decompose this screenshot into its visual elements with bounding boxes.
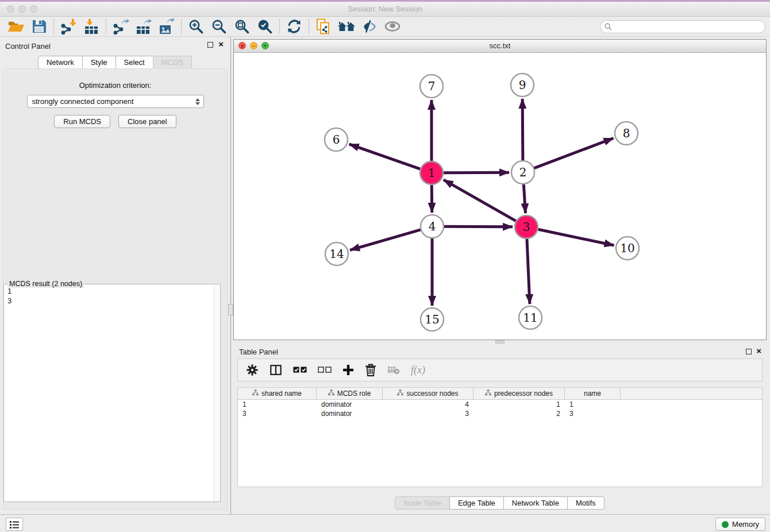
table-cell[interactable]: 1 [565,400,621,409]
tab-select[interactable]: Select [116,56,153,69]
graph-edge-2-3[interactable] [523,184,525,213]
close-panel-button[interactable]: Close panel [118,115,176,128]
tab-network-table[interactable]: Network Table [503,496,568,510]
window-close-button[interactable] [7,5,14,13]
deselect-all-icon[interactable] [318,366,332,374]
table-cell[interactable]: dominator [317,400,383,409]
graph-edge-3-10[interactable] [538,229,614,245]
split-view-icon[interactable] [270,364,282,376]
column-header-shared-name[interactable]: shared name [238,388,317,399]
graph-edge-2-8[interactable] [534,138,614,168]
tab-node-table[interactable]: Node Table [395,496,450,510]
table-cell[interactable]: 3 [383,409,473,418]
graph-edge-2-9[interactable] [522,99,523,160]
tab-edge-table[interactable]: Edge Table [449,496,504,510]
gear-icon[interactable] [246,364,259,376]
tab-mcds[interactable]: MCDS [153,56,192,69]
table-panel-float-icon[interactable] [746,349,752,354]
graph-edge-1-4[interactable] [432,185,432,213]
export-network-icon[interactable] [109,18,132,35]
search-field[interactable] [600,20,765,33]
function-builder-icon: f(x) [411,364,425,376]
tab-style[interactable]: Style [82,56,116,69]
search-input[interactable] [612,21,765,32]
table-cell[interactable]: 3 [565,409,621,418]
column-header-successor-nodes[interactable]: successor nodes [383,388,473,399]
home-icon[interactable] [335,18,358,35]
table-panel-close-icon[interactable]: × [756,346,761,356]
network-canvas[interactable]: 7968124314101511 [234,53,766,340]
export-image-icon[interactable] [155,18,178,35]
toolbar-separator [309,19,309,34]
graph-node-label-6: 6 [333,133,340,147]
column-tree-icon [397,390,403,398]
criterion-select[interactable]: strongly connected component [27,95,204,108]
network-minimize-button[interactable]: – [250,42,257,49]
memory-button[interactable]: Memory [715,518,765,531]
hide-panels-icon[interactable] [358,18,381,35]
control-panel-close-icon[interactable]: × [218,40,224,49]
table-cell[interactable]: 4 [383,400,473,409]
trash-icon[interactable] [365,364,376,376]
title-bar: Session: New Session [0,2,770,17]
table-cell[interactable]: 2 [473,409,565,418]
tab-network[interactable]: Network [38,56,83,69]
select-all-icon[interactable] [293,366,307,374]
network-maximize-button[interactable]: + [261,42,269,49]
zoom-fit-icon[interactable] [230,18,253,35]
table-panel: Table Panel × f(x) shared nameMCDS roles… [233,344,767,511]
table-cell[interactable]: 1 [473,400,565,409]
graph-node-label-4: 4 [429,219,436,233]
graph-edge-1-6[interactable] [349,144,421,169]
graph-edge-1-2[interactable] [444,172,509,173]
optimization-criterion-label: Optimization criterion: [3,81,227,90]
refresh-icon[interactable] [283,18,306,35]
zoom-in-icon[interactable] [184,18,207,35]
control-panel-float-icon[interactable] [207,42,213,48]
open-file-icon[interactable] [5,18,28,35]
table-header-row: shared nameMCDS rolesuccessor nodesprede… [238,388,762,400]
import-network-icon[interactable] [57,18,80,35]
window-zoom-button[interactable] [30,5,37,13]
control-panel-tabs: NetworkStyleSelectMCDS [0,56,230,69]
show-panels-icon[interactable] [381,18,404,35]
clone-network-icon[interactable] [312,18,335,35]
zoom-out-icon[interactable] [207,18,230,35]
graph-node-label-7: 7 [428,79,436,93]
network-close-button[interactable]: x [238,42,246,49]
result-scrollbar[interactable] [214,284,220,502]
graph-edge-3-11[interactable] [527,239,530,304]
column-tree-icon [252,390,259,398]
graph-node-label-1: 1 [428,166,436,180]
graph-node-label-9: 9 [519,78,526,92]
import-table-icon[interactable] [80,18,103,35]
vertical-splitter-grip[interactable] [228,304,233,315]
table-row[interactable]: 1dominator411 [238,400,762,409]
column-header-MCDS-role[interactable]: MCDS role [317,388,383,399]
add-column-icon[interactable] [342,364,354,376]
column-header-label: predecessor nodes [494,390,553,398]
window-title: Session: New Session [0,2,770,16]
export-table-icon[interactable] [132,18,155,35]
zoom-selected-icon[interactable] [253,18,276,35]
table-cell[interactable]: dominator [317,409,383,418]
run-mcds-button[interactable]: Run MCDS [54,115,110,128]
table-row[interactable]: 3dominator323 [238,409,762,418]
task-history-button[interactable] [6,518,23,531]
graph-edge-4-3[interactable] [444,226,513,227]
column-header-name[interactable]: name [565,388,621,399]
table-cell[interactable]: 1 [238,400,317,409]
table-cell[interactable]: 3 [238,409,317,418]
graph-node-label-2: 2 [519,165,527,179]
column-tree-icon [328,390,334,398]
save-session-icon[interactable] [28,18,51,35]
graph-edge-4-14[interactable] [350,230,421,250]
table-toolbar: f(x) [237,358,763,381]
graph-edge-3-1[interactable] [444,180,516,221]
tab-motifs[interactable]: Motifs [567,496,605,510]
column-header-predecessor-nodes[interactable]: predecessor nodes [473,388,565,399]
mcds-result-text[interactable]: 1 3 [4,284,214,502]
network-window-titlebar: x – + scc.txt [234,40,766,53]
window-minimize-button[interactable] [18,5,26,13]
toolbar-separator [106,19,106,34]
